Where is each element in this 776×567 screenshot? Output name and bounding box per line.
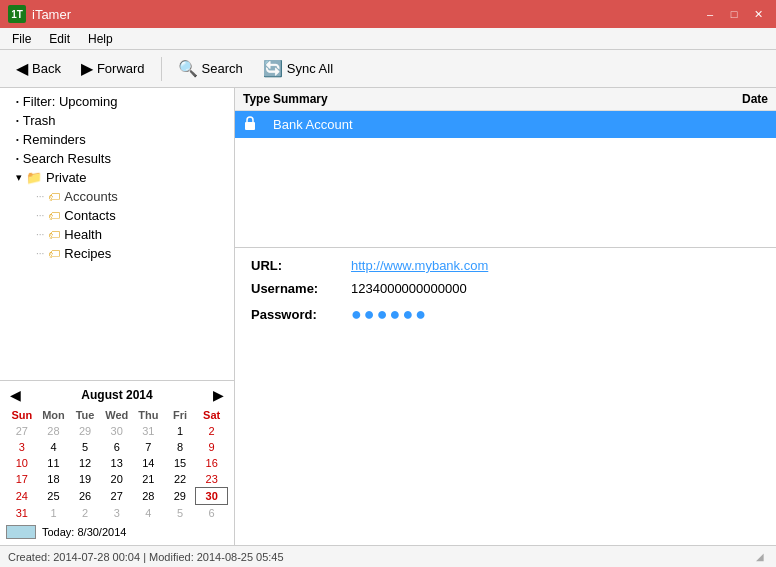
sidebar-item-private[interactable]: ▾📁Private	[0, 168, 234, 187]
search-button[interactable]: 🔍 Search	[170, 56, 251, 81]
col-type-header: Type	[243, 92, 273, 106]
cal-day[interactable]: 17	[6, 471, 38, 488]
cal-day[interactable]: 16	[196, 455, 228, 471]
svg-rect-0	[245, 122, 255, 130]
list-area: Type Summary Date Bank Account	[235, 88, 776, 248]
sidebar-item-search-results[interactable]: •Search Results	[0, 149, 234, 168]
cal-day[interactable]: 15	[164, 455, 196, 471]
list-header: Type Summary Date	[235, 88, 776, 111]
cal-day-header: Thu	[133, 407, 165, 423]
sidebar-item-accounts[interactable]: ···🏷Accounts	[0, 187, 234, 206]
cal-day[interactable]: 28	[38, 423, 70, 439]
cal-day[interactable]: 31	[133, 423, 165, 439]
bullet-icon: •	[16, 154, 19, 163]
cal-day[interactable]: 6	[196, 505, 228, 522]
cal-day[interactable]: 25	[38, 488, 70, 505]
cal-day[interactable]: 8	[164, 439, 196, 455]
cal-day[interactable]: 29	[69, 423, 101, 439]
cal-day[interactable]: 30	[101, 423, 133, 439]
sidebar-item-recipes[interactable]: ···🏷Recipes	[0, 244, 234, 263]
cal-day[interactable]: 23	[196, 471, 228, 488]
cal-day[interactable]: 7	[133, 439, 165, 455]
cal-day[interactable]: 5	[164, 505, 196, 522]
today-color-indicator	[6, 525, 36, 539]
back-icon: ◀	[16, 59, 28, 78]
cal-day[interactable]: 3	[6, 439, 38, 455]
username-value: 1234000000000000	[351, 281, 760, 296]
back-button[interactable]: ◀ Back	[8, 56, 69, 81]
cal-day[interactable]: 2	[196, 423, 228, 439]
cal-day[interactable]: 10	[6, 455, 38, 471]
sync-label: Sync All	[287, 61, 333, 76]
menu-help[interactable]: Help	[80, 30, 121, 48]
cal-day[interactable]: 30	[196, 488, 228, 505]
cal-day[interactable]: 24	[6, 488, 38, 505]
cal-day[interactable]: 1	[164, 423, 196, 439]
cal-day[interactable]: 5	[69, 439, 101, 455]
sync-button[interactable]: 🔄 Sync All	[255, 56, 341, 81]
maximize-button[interactable]: □	[724, 5, 744, 23]
cal-day[interactable]: 19	[69, 471, 101, 488]
cal-day-header: Sun	[6, 407, 38, 423]
today-label: Today: 8/30/2014	[42, 526, 126, 538]
app-title: iTamer	[32, 7, 71, 22]
username-row: Username: 1234000000000000	[251, 281, 760, 296]
search-icon: 🔍	[178, 59, 198, 78]
list-rows: Bank Account	[235, 111, 776, 138]
sidebar-item-health[interactable]: ···🏷Health	[0, 225, 234, 244]
status-text: Created: 2014-07-28 00:04 | Modified: 20…	[8, 551, 284, 563]
close-button[interactable]: ✕	[748, 5, 768, 23]
minimize-button[interactable]: –	[700, 5, 720, 23]
cal-day[interactable]: 26	[69, 488, 101, 505]
cal-day[interactable]: 4	[133, 505, 165, 522]
detail-area: URL: http://www.mybank.com Username: 123…	[235, 248, 776, 545]
tag-icon: 🏷	[48, 247, 60, 261]
forward-button[interactable]: ▶ Forward	[73, 56, 153, 81]
list-item[interactable]: Bank Account	[235, 111, 776, 138]
cal-day[interactable]: 12	[69, 455, 101, 471]
cal-day[interactable]: 3	[101, 505, 133, 522]
cal-day[interactable]: 4	[38, 439, 70, 455]
sidebar: •Filter: Upcoming•Trash•Reminders•Search…	[0, 88, 235, 545]
calendar-grid: SunMonTueWedThuFriSat 272829303112345678…	[6, 407, 228, 521]
cal-day[interactable]: 28	[133, 488, 165, 505]
menu-edit[interactable]: Edit	[41, 30, 78, 48]
menu-file[interactable]: File	[4, 30, 39, 48]
bullet-icon: •	[16, 116, 19, 125]
expand-icon[interactable]: ▾	[16, 171, 22, 184]
cal-day[interactable]: 2	[69, 505, 101, 522]
cal-day[interactable]: 18	[38, 471, 70, 488]
cal-day[interactable]: 1	[38, 505, 70, 522]
statusbar: Created: 2014-07-28 00:04 | Modified: 20…	[0, 545, 776, 567]
tree-connector: ···	[36, 248, 44, 259]
sidebar-item-filter:-upcoming[interactable]: •Filter: Upcoming	[0, 92, 234, 111]
cal-day[interactable]: 14	[133, 455, 165, 471]
cal-day[interactable]: 22	[164, 471, 196, 488]
cal-day[interactable]: 11	[38, 455, 70, 471]
sidebar-item-contacts[interactable]: ···🏷Contacts	[0, 206, 234, 225]
cal-day[interactable]: 29	[164, 488, 196, 505]
password-label: Password:	[251, 307, 351, 322]
cal-day[interactable]: 27	[6, 423, 38, 439]
resize-handle[interactable]: ◢	[752, 549, 768, 565]
cal-day[interactable]: 31	[6, 505, 38, 522]
cal-day[interactable]: 13	[101, 455, 133, 471]
titlebar-controls: – □ ✕	[700, 5, 768, 23]
tree-connector: ···	[36, 191, 44, 202]
cal-day[interactable]: 6	[101, 439, 133, 455]
cal-day[interactable]: 27	[101, 488, 133, 505]
sidebar-item-reminders[interactable]: •Reminders	[0, 130, 234, 149]
url-value[interactable]: http://www.mybank.com	[351, 258, 760, 273]
calendar-today-row: Today: 8/30/2014	[6, 525, 228, 539]
cal-day[interactable]: 21	[133, 471, 165, 488]
tree-connector: ···	[36, 229, 44, 240]
password-row: Password: ●●●●●●	[251, 304, 760, 325]
sidebar-item-trash[interactable]: •Trash	[0, 111, 234, 130]
cal-day-header: Sat	[196, 407, 228, 423]
calendar-prev[interactable]: ◀	[6, 387, 25, 403]
content-area: Type Summary Date Bank Account URL: http…	[235, 88, 776, 545]
calendar-next[interactable]: ▶	[209, 387, 228, 403]
calendar-title: August 2014	[81, 388, 152, 402]
cal-day[interactable]: 20	[101, 471, 133, 488]
cal-day[interactable]: 9	[196, 439, 228, 455]
